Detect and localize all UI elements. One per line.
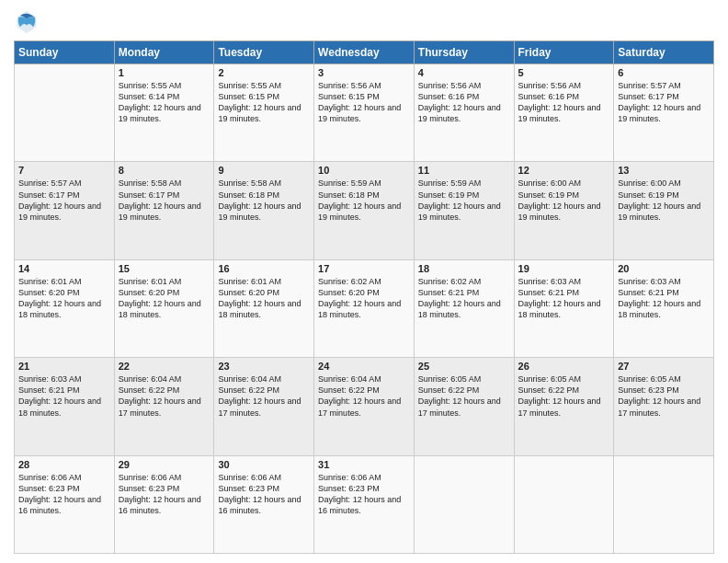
calendar-cell: 16Sunrise: 6:01 AM Sunset: 6:20 PM Dayli… xyxy=(214,259,314,357)
calendar-cell: 23Sunrise: 6:04 AM Sunset: 6:22 PM Dayli… xyxy=(214,358,314,455)
day-number: 16 xyxy=(218,263,310,274)
logo-icon xyxy=(14,9,40,35)
calendar-cell: 31Sunrise: 6:06 AM Sunset: 6:23 PM Dayli… xyxy=(314,455,415,553)
calendar-cell: 19Sunrise: 6:03 AM Sunset: 6:21 PM Dayli… xyxy=(514,259,614,357)
cell-info: Sunrise: 6:05 AM Sunset: 6:22 PM Dayligh… xyxy=(418,373,510,419)
day-number: 27 xyxy=(618,361,710,372)
weekday-header-monday: Monday xyxy=(114,41,214,64)
calendar-cell xyxy=(414,455,514,553)
day-number: 7 xyxy=(18,165,110,176)
day-number: 20 xyxy=(618,263,710,274)
calendar-cell: 1Sunrise: 5:55 AM Sunset: 6:14 PM Daylig… xyxy=(114,64,214,162)
page: SundayMondayTuesdayWednesdayThursdayFrid… xyxy=(0,0,728,563)
day-number: 6 xyxy=(618,67,710,78)
weekday-header-sunday: Sunday xyxy=(15,41,115,64)
day-number: 17 xyxy=(318,263,410,274)
cell-info: Sunrise: 6:06 AM Sunset: 6:23 PM Dayligh… xyxy=(18,472,110,517)
day-number: 13 xyxy=(618,165,710,176)
calendar-cell: 11Sunrise: 5:59 AM Sunset: 6:19 PM Dayli… xyxy=(414,162,514,259)
calendar-cell: 27Sunrise: 6:05 AM Sunset: 6:23 PM Dayli… xyxy=(614,358,714,455)
cell-info: Sunrise: 6:00 AM Sunset: 6:19 PM Dayligh… xyxy=(518,178,610,223)
calendar-cell: 20Sunrise: 6:03 AM Sunset: 6:21 PM Dayli… xyxy=(614,259,714,357)
day-number: 11 xyxy=(418,165,510,176)
calendar-cell: 25Sunrise: 6:05 AM Sunset: 6:22 PM Dayli… xyxy=(414,358,514,455)
calendar-cell: 2Sunrise: 5:55 AM Sunset: 6:15 PM Daylig… xyxy=(214,64,314,162)
header xyxy=(14,9,714,35)
calendar-cell: 14Sunrise: 6:01 AM Sunset: 6:20 PM Dayli… xyxy=(15,259,115,357)
day-number: 15 xyxy=(119,263,210,274)
calendar-cell: 24Sunrise: 6:04 AM Sunset: 6:22 PM Dayli… xyxy=(314,358,415,455)
week-row-4: 28Sunrise: 6:06 AM Sunset: 6:23 PM Dayli… xyxy=(15,455,714,553)
day-number: 28 xyxy=(18,459,110,470)
calendar-cell: 15Sunrise: 6:01 AM Sunset: 6:20 PM Dayli… xyxy=(114,259,214,357)
cell-info: Sunrise: 5:56 AM Sunset: 6:16 PM Dayligh… xyxy=(518,80,610,125)
cell-info: Sunrise: 6:04 AM Sunset: 6:22 PM Dayligh… xyxy=(218,373,310,419)
calendar-cell: 6Sunrise: 5:57 AM Sunset: 6:17 PM Daylig… xyxy=(614,64,714,162)
cell-info: Sunrise: 5:57 AM Sunset: 6:17 PM Dayligh… xyxy=(18,178,110,223)
cell-info: Sunrise: 6:03 AM Sunset: 6:21 PM Dayligh… xyxy=(518,276,610,321)
calendar-table: SundayMondayTuesdayWednesdayThursdayFrid… xyxy=(14,40,714,554)
cell-info: Sunrise: 5:55 AM Sunset: 6:14 PM Dayligh… xyxy=(119,80,210,125)
cell-info: Sunrise: 6:04 AM Sunset: 6:22 PM Dayligh… xyxy=(119,373,210,419)
cell-info: Sunrise: 5:58 AM Sunset: 6:17 PM Dayligh… xyxy=(119,178,210,223)
weekday-header-row: SundayMondayTuesdayWednesdayThursdayFrid… xyxy=(15,41,714,64)
calendar-cell: 8Sunrise: 5:58 AM Sunset: 6:17 PM Daylig… xyxy=(114,162,214,259)
cell-info: Sunrise: 6:04 AM Sunset: 6:22 PM Dayligh… xyxy=(318,373,410,419)
day-number: 14 xyxy=(18,263,110,274)
calendar-cell: 5Sunrise: 5:56 AM Sunset: 6:16 PM Daylig… xyxy=(514,64,614,162)
cell-info: Sunrise: 5:55 AM Sunset: 6:15 PM Dayligh… xyxy=(218,80,310,125)
calendar-cell: 7Sunrise: 5:57 AM Sunset: 6:17 PM Daylig… xyxy=(15,162,115,259)
cell-info: Sunrise: 6:01 AM Sunset: 6:20 PM Dayligh… xyxy=(218,276,310,321)
day-number: 22 xyxy=(119,361,210,372)
calendar-cell: 29Sunrise: 6:06 AM Sunset: 6:23 PM Dayli… xyxy=(114,455,214,553)
weekday-header-friday: Friday xyxy=(514,41,614,64)
cell-info: Sunrise: 5:59 AM Sunset: 6:19 PM Dayligh… xyxy=(418,178,510,223)
day-number: 26 xyxy=(518,361,610,372)
calendar-cell: 22Sunrise: 6:04 AM Sunset: 6:22 PM Dayli… xyxy=(114,358,214,455)
cell-info: Sunrise: 6:00 AM Sunset: 6:19 PM Dayligh… xyxy=(618,178,710,223)
calendar-cell xyxy=(15,64,115,162)
day-number: 29 xyxy=(119,459,210,470)
cell-info: Sunrise: 6:06 AM Sunset: 6:23 PM Dayligh… xyxy=(218,472,310,517)
week-row-2: 14Sunrise: 6:01 AM Sunset: 6:20 PM Dayli… xyxy=(15,259,714,357)
calendar-cell: 13Sunrise: 6:00 AM Sunset: 6:19 PM Dayli… xyxy=(614,162,714,259)
day-number: 25 xyxy=(418,361,510,372)
cell-info: Sunrise: 6:01 AM Sunset: 6:20 PM Dayligh… xyxy=(119,276,210,321)
cell-info: Sunrise: 6:05 AM Sunset: 6:22 PM Dayligh… xyxy=(518,373,610,419)
day-number: 2 xyxy=(218,67,310,78)
week-row-0: 1Sunrise: 5:55 AM Sunset: 6:14 PM Daylig… xyxy=(15,64,714,162)
calendar-cell: 28Sunrise: 6:06 AM Sunset: 6:23 PM Dayli… xyxy=(15,455,115,553)
day-number: 24 xyxy=(318,361,410,372)
day-number: 21 xyxy=(18,361,110,372)
cell-info: Sunrise: 5:58 AM Sunset: 6:18 PM Dayligh… xyxy=(218,178,310,223)
week-row-1: 7Sunrise: 5:57 AM Sunset: 6:17 PM Daylig… xyxy=(15,162,714,259)
cell-info: Sunrise: 6:02 AM Sunset: 6:20 PM Dayligh… xyxy=(318,276,410,321)
calendar-cell: 17Sunrise: 6:02 AM Sunset: 6:20 PM Dayli… xyxy=(314,259,415,357)
logo xyxy=(14,9,43,35)
calendar-cell: 30Sunrise: 6:06 AM Sunset: 6:23 PM Dayli… xyxy=(214,455,314,553)
calendar-cell: 21Sunrise: 6:03 AM Sunset: 6:21 PM Dayli… xyxy=(15,358,115,455)
cell-info: Sunrise: 6:01 AM Sunset: 6:20 PM Dayligh… xyxy=(18,276,110,321)
cell-info: Sunrise: 6:03 AM Sunset: 6:21 PM Dayligh… xyxy=(18,373,110,419)
cell-info: Sunrise: 6:02 AM Sunset: 6:21 PM Dayligh… xyxy=(418,276,510,321)
weekday-header-wednesday: Wednesday xyxy=(314,41,415,64)
day-number: 8 xyxy=(119,165,210,176)
day-number: 19 xyxy=(518,263,610,274)
cell-info: Sunrise: 5:56 AM Sunset: 6:16 PM Dayligh… xyxy=(418,80,510,125)
week-row-3: 21Sunrise: 6:03 AM Sunset: 6:21 PM Dayli… xyxy=(15,358,714,455)
day-number: 30 xyxy=(218,459,310,470)
day-number: 9 xyxy=(218,165,310,176)
day-number: 10 xyxy=(318,165,410,176)
day-number: 23 xyxy=(218,361,310,372)
calendar-cell: 9Sunrise: 5:58 AM Sunset: 6:18 PM Daylig… xyxy=(214,162,314,259)
calendar-cell: 18Sunrise: 6:02 AM Sunset: 6:21 PM Dayli… xyxy=(414,259,514,357)
cell-info: Sunrise: 5:56 AM Sunset: 6:15 PM Dayligh… xyxy=(318,80,410,125)
cell-info: Sunrise: 6:03 AM Sunset: 6:21 PM Dayligh… xyxy=(618,276,710,321)
day-number: 5 xyxy=(518,67,610,78)
cell-info: Sunrise: 6:06 AM Sunset: 6:23 PM Dayligh… xyxy=(318,472,410,517)
cell-info: Sunrise: 6:06 AM Sunset: 6:23 PM Dayligh… xyxy=(119,472,210,517)
calendar-cell: 12Sunrise: 6:00 AM Sunset: 6:19 PM Dayli… xyxy=(514,162,614,259)
day-number: 31 xyxy=(318,459,410,470)
weekday-header-thursday: Thursday xyxy=(414,41,514,64)
calendar-cell: 3Sunrise: 5:56 AM Sunset: 6:15 PM Daylig… xyxy=(314,64,415,162)
